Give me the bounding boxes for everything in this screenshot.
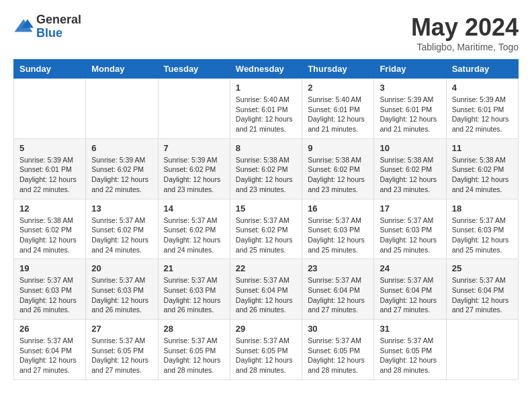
day-number: 19	[19, 263, 80, 273]
col-friday: Friday	[374, 60, 446, 79]
calendar-cell: 27Sunrise: 5:37 AM Sunset: 6:05 PM Dayli…	[86, 320, 158, 380]
day-info: Sunrise: 5:37 AM Sunset: 6:02 PM Dayligh…	[236, 216, 296, 255]
calendar-cell: 6Sunrise: 5:39 AM Sunset: 6:02 PM Daylig…	[86, 138, 158, 199]
day-info: Sunrise: 5:39 AM Sunset: 6:01 PM Dayligh…	[380, 95, 440, 134]
day-number: 23	[308, 263, 368, 273]
day-number: 21	[164, 263, 224, 273]
day-info: Sunrise: 5:37 AM Sunset: 6:05 PM Dayligh…	[236, 336, 296, 375]
logo-blue: Blue	[36, 27, 81, 40]
calendar-cell: 3Sunrise: 5:39 AM Sunset: 6:01 PM Daylig…	[374, 79, 446, 139]
calendar-cell: 5Sunrise: 5:39 AM Sunset: 6:01 PM Daylig…	[14, 138, 86, 199]
calendar-cell: 12Sunrise: 5:38 AM Sunset: 6:02 PM Dayli…	[14, 199, 86, 259]
day-number: 8	[236, 143, 296, 153]
logo-general: General	[36, 13, 81, 27]
day-info: Sunrise: 5:37 AM Sunset: 6:03 PM Dayligh…	[164, 275, 224, 315]
day-info: Sunrise: 5:39 AM Sunset: 6:01 PM Dayligh…	[19, 155, 80, 195]
day-number: 15	[236, 203, 296, 214]
day-number: 2	[308, 83, 368, 93]
calendar-cell: 16Sunrise: 5:37 AM Sunset: 6:03 PM Dayli…	[302, 199, 374, 259]
day-number: 20	[91, 263, 152, 273]
calendar-cell: 9Sunrise: 5:38 AM Sunset: 6:02 PM Daylig…	[302, 138, 374, 199]
calendar-week-row: 19Sunrise: 5:37 AM Sunset: 6:03 PM Dayli…	[14, 259, 519, 320]
day-info: Sunrise: 5:37 AM Sunset: 6:02 PM Dayligh…	[91, 216, 152, 255]
calendar-cell: 13Sunrise: 5:37 AM Sunset: 6:02 PM Dayli…	[86, 199, 158, 259]
calendar-body: 1Sunrise: 5:40 AM Sunset: 6:01 PM Daylig…	[14, 79, 519, 380]
day-info: Sunrise: 5:37 AM Sunset: 6:05 PM Dayligh…	[308, 336, 368, 375]
logo-text: General Blue	[36, 13, 81, 40]
day-info: Sunrise: 5:37 AM Sunset: 6:03 PM Dayligh…	[19, 275, 80, 315]
day-info: Sunrise: 5:39 AM Sunset: 6:01 PM Dayligh…	[452, 95, 513, 134]
day-number: 25	[452, 263, 513, 273]
calendar-table: Sunday Monday Tuesday Wednesday Thursday…	[13, 59, 519, 380]
day-info: Sunrise: 5:37 AM Sunset: 6:04 PM Dayligh…	[380, 275, 440, 315]
day-info: Sunrise: 5:38 AM Sunset: 6:02 PM Dayligh…	[452, 155, 513, 195]
day-info: Sunrise: 5:38 AM Sunset: 6:02 PM Dayligh…	[19, 216, 80, 255]
calendar-cell: 19Sunrise: 5:37 AM Sunset: 6:03 PM Dayli…	[14, 259, 86, 320]
day-number: 14	[164, 203, 224, 214]
calendar-cell: 18Sunrise: 5:37 AM Sunset: 6:03 PM Dayli…	[446, 199, 518, 259]
day-number: 26	[19, 324, 80, 334]
calendar-cell: 31Sunrise: 5:37 AM Sunset: 6:05 PM Dayli…	[374, 320, 446, 380]
day-number: 3	[380, 83, 440, 93]
day-info: Sunrise: 5:37 AM Sunset: 6:03 PM Dayligh…	[380, 216, 440, 255]
calendar-cell: 7Sunrise: 5:39 AM Sunset: 6:02 PM Daylig…	[158, 138, 230, 199]
day-number: 24	[380, 263, 440, 273]
calendar-cell: 24Sunrise: 5:37 AM Sunset: 6:04 PM Dayli…	[374, 259, 446, 320]
calendar-week-row: 26Sunrise: 5:37 AM Sunset: 6:04 PM Dayli…	[14, 320, 519, 380]
day-number: 31	[380, 324, 440, 334]
day-info: Sunrise: 5:37 AM Sunset: 6:03 PM Dayligh…	[91, 275, 152, 315]
calendar-cell	[14, 79, 86, 139]
day-number: 16	[308, 203, 368, 214]
day-number: 10	[380, 143, 440, 153]
calendar-cell: 21Sunrise: 5:37 AM Sunset: 6:03 PM Dayli…	[158, 259, 230, 320]
day-number: 30	[308, 324, 368, 334]
col-saturday: Saturday	[446, 60, 518, 79]
calendar-cell: 28Sunrise: 5:37 AM Sunset: 6:05 PM Dayli…	[158, 320, 230, 380]
calendar-cell: 8Sunrise: 5:38 AM Sunset: 6:02 PM Daylig…	[230, 138, 302, 199]
day-number: 29	[236, 324, 296, 334]
day-number: 11	[452, 143, 513, 153]
day-info: Sunrise: 5:37 AM Sunset: 6:04 PM Dayligh…	[19, 336, 80, 375]
day-number: 17	[380, 203, 440, 214]
day-info: Sunrise: 5:37 AM Sunset: 6:03 PM Dayligh…	[308, 216, 368, 255]
calendar-cell: 23Sunrise: 5:37 AM Sunset: 6:04 PM Dayli…	[302, 259, 374, 320]
calendar-week-row: 5Sunrise: 5:39 AM Sunset: 6:01 PM Daylig…	[14, 138, 519, 199]
day-info: Sunrise: 5:39 AM Sunset: 6:02 PM Dayligh…	[164, 155, 224, 195]
day-number: 5	[19, 143, 80, 153]
col-thursday: Thursday	[302, 60, 374, 79]
day-number: 4	[452, 83, 513, 93]
col-sunday: Sunday	[14, 60, 86, 79]
calendar-cell: 25Sunrise: 5:37 AM Sunset: 6:04 PM Dayli…	[446, 259, 518, 320]
day-number: 27	[91, 324, 152, 334]
calendar-cell: 4Sunrise: 5:39 AM Sunset: 6:01 PM Daylig…	[446, 79, 518, 139]
col-wednesday: Wednesday	[230, 60, 302, 79]
col-tuesday: Tuesday	[158, 60, 230, 79]
day-number: 9	[308, 143, 368, 153]
day-number: 13	[91, 203, 152, 214]
month-year-title: May 2024	[411, 13, 519, 42]
day-number: 12	[19, 203, 80, 214]
day-info: Sunrise: 5:37 AM Sunset: 6:04 PM Dayligh…	[308, 275, 368, 315]
calendar-cell: 11Sunrise: 5:38 AM Sunset: 6:02 PM Dayli…	[446, 138, 518, 199]
page-header: General Blue May 2024 Tabligbo, Maritime…	[13, 13, 519, 52]
day-info: Sunrise: 5:37 AM Sunset: 6:05 PM Dayligh…	[91, 336, 152, 375]
calendar-cell: 2Sunrise: 5:40 AM Sunset: 6:01 PM Daylig…	[302, 79, 374, 139]
title-section: May 2024 Tabligbo, Maritime, Togo	[411, 13, 519, 52]
day-info: Sunrise: 5:37 AM Sunset: 6:04 PM Dayligh…	[236, 275, 296, 315]
day-info: Sunrise: 5:40 AM Sunset: 6:01 PM Dayligh…	[308, 95, 368, 134]
calendar-cell: 10Sunrise: 5:38 AM Sunset: 6:02 PM Dayli…	[374, 138, 446, 199]
calendar-week-row: 1Sunrise: 5:40 AM Sunset: 6:01 PM Daylig…	[14, 79, 519, 139]
calendar-cell: 22Sunrise: 5:37 AM Sunset: 6:04 PM Dayli…	[230, 259, 302, 320]
day-number: 1	[236, 83, 296, 93]
calendar-cell: 1Sunrise: 5:40 AM Sunset: 6:01 PM Daylig…	[230, 79, 302, 139]
day-info: Sunrise: 5:37 AM Sunset: 6:05 PM Dayligh…	[380, 336, 440, 375]
calendar-cell: 29Sunrise: 5:37 AM Sunset: 6:05 PM Dayli…	[230, 320, 302, 380]
day-info: Sunrise: 5:38 AM Sunset: 6:02 PM Dayligh…	[380, 155, 440, 195]
day-number: 7	[164, 143, 224, 153]
logo: General Blue	[13, 13, 81, 40]
day-number: 22	[236, 263, 296, 273]
calendar-cell	[86, 79, 158, 139]
day-info: Sunrise: 5:39 AM Sunset: 6:02 PM Dayligh…	[91, 155, 152, 195]
day-info: Sunrise: 5:37 AM Sunset: 6:05 PM Dayligh…	[164, 336, 224, 375]
calendar-week-row: 12Sunrise: 5:38 AM Sunset: 6:02 PM Dayli…	[14, 199, 519, 259]
